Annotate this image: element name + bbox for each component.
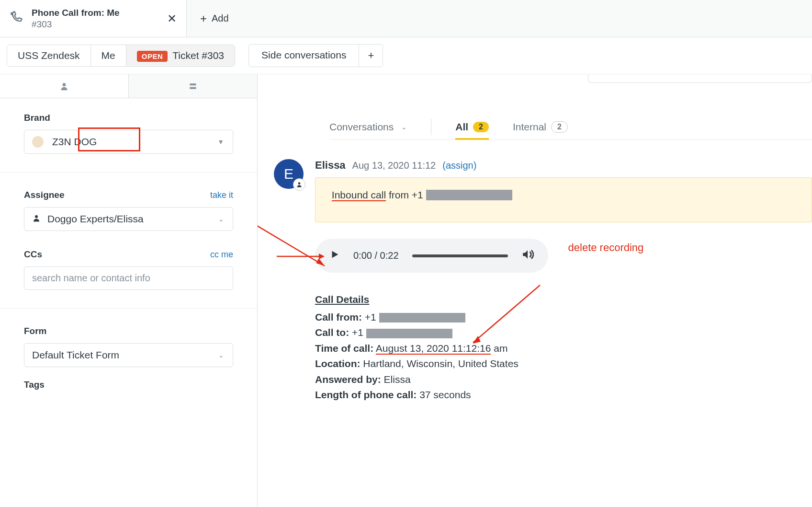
tab-all-count: 2 bbox=[473, 122, 489, 132]
audio-track[interactable] bbox=[412, 254, 508, 257]
tab-internal-count: 2 bbox=[551, 121, 568, 133]
assignee-section: Assignee take it Doggo Experts/Elissa ⌄ bbox=[24, 190, 233, 231]
breadcrumb-ticket[interactable]: OPENTicket #303 bbox=[126, 45, 235, 66]
call-to-row: Call to: +1 bbox=[315, 325, 812, 341]
timestamp: Aug 13, 2020 11:12 bbox=[352, 160, 436, 171]
conversation-header: Elissa Aug 13, 2020 11:12 (assign) bbox=[315, 159, 812, 172]
call-to-label: Call to: bbox=[315, 327, 349, 338]
author-name: Elissa bbox=[315, 159, 346, 172]
tab-all[interactable]: All 2 bbox=[455, 115, 489, 139]
svg-rect-1 bbox=[190, 83, 196, 85]
call-from-row: Call from: +1 bbox=[315, 310, 812, 325]
ccs-label: CCs bbox=[24, 249, 42, 260]
volume-icon[interactable] bbox=[521, 248, 534, 263]
close-icon[interactable]: ✕ bbox=[167, 12, 177, 25]
brand-section: Brand Z3N DOG ▼ bbox=[24, 113, 233, 154]
assignee-select[interactable]: Doggo Experts/Elissa ⌄ bbox=[24, 207, 233, 231]
svg-rect-2 bbox=[190, 87, 196, 89]
location-value: Hartland, Wisconsin, United States bbox=[361, 358, 519, 369]
side-conversations-add-button[interactable]: + bbox=[359, 45, 383, 67]
delete-recording-link[interactable]: delete recording bbox=[568, 242, 644, 254]
ccs-input[interactable] bbox=[24, 266, 233, 290]
redacted-phone bbox=[426, 190, 512, 200]
call-from-label: Call from: bbox=[315, 311, 362, 323]
length-value: 37 seconds bbox=[417, 389, 471, 400]
chevron-down-icon: ⌄ bbox=[218, 351, 224, 359]
inbound-from: from +1 bbox=[386, 189, 423, 200]
avatar-badge-icon bbox=[293, 178, 305, 191]
conversations-dropdown[interactable]: Conversations ⌄ bbox=[329, 115, 407, 139]
plus-icon: + bbox=[200, 12, 207, 25]
length-row: Length of phone call: 37 seconds bbox=[315, 387, 812, 403]
brand-select[interactable]: Z3N DOG ▼ bbox=[24, 130, 233, 154]
main: Brand Z3N DOG ▼ Assignee take it bbox=[0, 74, 812, 507]
redacted-phone bbox=[366, 329, 452, 338]
redacted-phone bbox=[379, 313, 465, 323]
take-it-link[interactable]: take it bbox=[210, 190, 233, 200]
chevron-down-icon: ▼ bbox=[217, 138, 224, 146]
tab-internal-label: Internal bbox=[513, 121, 546, 133]
answered-label: Answered by: bbox=[315, 374, 381, 385]
sidebar-tab-details[interactable] bbox=[129, 74, 257, 98]
ticket-tab[interactable]: Phone Call from: Me #303 ✕ bbox=[0, 0, 187, 37]
call-to-prefix: +1 bbox=[349, 327, 366, 338]
call-details-header: Call Details bbox=[315, 292, 369, 308]
conversation-body: Elissa Aug 13, 2020 11:12 (assign) Inbou… bbox=[315, 159, 812, 403]
partial-panel bbox=[588, 74, 812, 83]
conversation-tabs: Conversations ⌄ All 2 Internal 2 bbox=[329, 115, 812, 140]
user-icon bbox=[32, 214, 41, 225]
time-label: Time of call: bbox=[315, 343, 373, 354]
breadcrumb-org[interactable]: USS Zendesk bbox=[7, 45, 91, 66]
sidebar-tabs bbox=[0, 74, 257, 98]
tab-title: Phone Call from: Me bbox=[32, 8, 120, 18]
length-label: Length of phone call: bbox=[315, 389, 417, 400]
secondary-bar: USS Zendesk Me OPENTicket #303 Side conv… bbox=[0, 37, 812, 74]
audio-row: 0:00 / 0:22 delete recording bbox=[315, 222, 812, 273]
add-tab-button[interactable]: + Add bbox=[187, 12, 242, 25]
call-from-prefix: +1 bbox=[362, 311, 379, 323]
side-conversations: Side conversations + bbox=[248, 44, 383, 67]
sidebar-tab-user[interactable] bbox=[0, 74, 129, 98]
form-value: Default Ticket Form bbox=[32, 349, 119, 361]
audio-time: 0:00 / 0:22 bbox=[353, 250, 399, 261]
inbound-call-text: Inbound call from +1 bbox=[329, 189, 798, 201]
play-icon[interactable] bbox=[329, 249, 340, 262]
answered-value: Elissa bbox=[381, 374, 411, 385]
breadcrumb-user[interactable]: Me bbox=[91, 45, 126, 66]
brand-label: Brand bbox=[24, 113, 50, 123]
sidebar-content: Brand Z3N DOG ▼ Assignee take it bbox=[0, 98, 257, 400]
assign-link[interactable]: (assign) bbox=[442, 160, 476, 171]
conversation: E Elissa Aug 13, 2020 11:12 (assign) Inb… bbox=[258, 159, 812, 403]
svg-point-0 bbox=[63, 83, 66, 86]
audio-player[interactable]: 0:00 / 0:22 bbox=[315, 239, 548, 273]
add-label: Add bbox=[212, 13, 229, 24]
form-label: Form bbox=[24, 326, 47, 336]
avatar-initial: E bbox=[284, 166, 293, 182]
divider bbox=[431, 119, 431, 135]
time-suffix: am bbox=[491, 343, 508, 354]
avatar: E bbox=[274, 159, 304, 189]
chevron-down-icon: ⌄ bbox=[218, 215, 224, 223]
ccs-section: CCs cc me bbox=[24, 249, 233, 290]
side-conversations-button[interactable]: Side conversations bbox=[249, 45, 359, 67]
form-section: Form Default Ticket Form ⌄ bbox=[24, 326, 233, 367]
chevron-down-icon: ⌄ bbox=[401, 123, 407, 131]
phone-icon bbox=[10, 11, 23, 26]
cc-me-link[interactable]: cc me bbox=[210, 250, 233, 260]
location-label: Location: bbox=[315, 358, 361, 369]
call-details: Call Details Call from: +1 Call to: +1 T… bbox=[315, 292, 812, 403]
form-select[interactable]: Default Ticket Form ⌄ bbox=[24, 343, 233, 367]
location-row: Location: Hartland, Wisconsin, United St… bbox=[315, 356, 812, 372]
tab-text: Phone Call from: Me #303 bbox=[32, 8, 120, 30]
brand-value: Z3N DOG bbox=[52, 136, 97, 148]
tags-label: Tags bbox=[24, 380, 45, 390]
svg-point-3 bbox=[35, 215, 38, 218]
note-box: Inbound call from +1 bbox=[315, 177, 812, 222]
ticket-label: Ticket #303 bbox=[172, 50, 224, 61]
tab-subtitle: #303 bbox=[32, 19, 120, 30]
conversations-label: Conversations bbox=[329, 121, 394, 133]
divider bbox=[0, 172, 257, 173]
assignee-value: Doggo Experts/Elissa bbox=[47, 213, 144, 225]
tab-internal[interactable]: Internal 2 bbox=[513, 115, 568, 139]
tab-all-label: All bbox=[455, 121, 468, 133]
